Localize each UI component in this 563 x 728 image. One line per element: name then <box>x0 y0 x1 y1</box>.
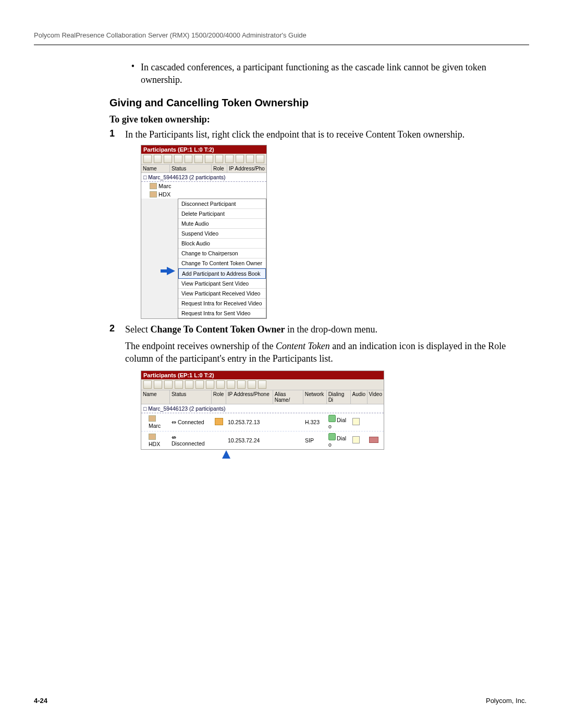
group-row[interactable]: □ Marc_59446123 (2 participants) <box>141 404 384 413</box>
toolbar-icon[interactable] <box>185 155 193 163</box>
menu-item-view-sent-video[interactable]: View Participant Sent Video <box>178 279 266 289</box>
col-status[interactable]: Status <box>170 390 212 404</box>
col-ip[interactable]: IP Address/Phone <box>226 390 273 404</box>
network-text: H.323 <box>303 417 327 427</box>
toolbar-icon[interactable] <box>248 380 256 389</box>
col-audio[interactable]: Audio <box>351 390 368 404</box>
toolbar-icon[interactable] <box>164 155 172 163</box>
menu-item-block-audio[interactable]: Block Audio <box>178 239 266 249</box>
menu-item-delete[interactable]: Delete Participant <box>178 209 266 219</box>
toolbar-icon[interactable] <box>237 380 246 389</box>
doc-header: Polycom RealPresence Collaboration Serve… <box>34 31 529 39</box>
audio-icon <box>352 418 360 425</box>
col-role[interactable]: Role <box>212 165 227 172</box>
ip-text: 10.253.72.24 <box>226 436 273 445</box>
ip-text: 10.253.72.13 <box>226 417 273 427</box>
toolbar-icon[interactable] <box>256 155 264 163</box>
toolbar-icon[interactable] <box>143 155 152 163</box>
page-footer: 4-24 Polycom, Inc. <box>34 697 527 705</box>
status-text: Connected <box>178 419 204 425</box>
group-label: Marc_59446123 (2 participants) <box>148 174 225 180</box>
col-status[interactable]: Status <box>170 165 212 172</box>
toolbar-icon[interactable] <box>227 380 235 389</box>
bullet-marker: • <box>125 61 141 71</box>
panel-title: Participants (EP:1 L:0 T:2) <box>141 371 384 379</box>
col-ip[interactable]: IP Address/Pho <box>227 165 266 172</box>
column-headers: Name Status Role IP Address/Phone Alias … <box>141 390 384 404</box>
participant-row[interactable]: HDX <box>141 190 266 199</box>
menu-item-change-chairperson[interactable]: Change to Chairperson <box>178 249 266 258</box>
step-number: 1 <box>109 128 125 139</box>
company-name: Polycom, Inc. <box>486 697 527 705</box>
panel-toolbar <box>141 379 384 390</box>
col-network[interactable]: Network <box>303 390 327 404</box>
toolbar-icon[interactable] <box>206 380 214 389</box>
step-number: 2 <box>109 323 125 334</box>
endpoint-icon <box>150 183 157 189</box>
col-name[interactable]: Name <box>141 390 170 404</box>
menu-item-intra-received[interactable]: Request Intra for Received Video <box>178 299 266 309</box>
participants-panel-2: Participants (EP:1 L:0 T:2) Name Status … <box>141 371 384 450</box>
col-dialing[interactable]: Dialing Di <box>327 390 351 404</box>
menu-item-intra-sent[interactable]: Request Intra for Sent Video <box>178 309 266 318</box>
toolbar-icon[interactable] <box>236 155 244 163</box>
page-number: 4-24 <box>34 697 47 705</box>
callout-arrow-icon <box>222 450 230 459</box>
text-bold: Change To Content Token Owner <box>150 324 285 335</box>
procedure-heading: To give token ownership: <box>109 114 513 125</box>
toolbar-icon[interactable] <box>154 380 162 389</box>
toolbar-icon[interactable] <box>154 155 162 163</box>
toolbar-icon[interactable] <box>258 380 266 389</box>
callout-arrow-icon <box>167 267 175 275</box>
step-text: In the Participants list, right click th… <box>125 128 513 141</box>
menu-item-view-received-video[interactable]: View Participant Received Video <box>178 289 266 299</box>
col-alias[interactable]: Alias Name/ <box>273 390 303 404</box>
endpoint-icon <box>149 415 156 422</box>
endpoint-icon <box>150 191 157 198</box>
menu-item-disconnect[interactable]: Disconnect Participant <box>178 199 266 209</box>
toolbar-icon[interactable] <box>185 380 193 389</box>
col-video[interactable]: Video <box>368 390 384 404</box>
toolbar-icon[interactable] <box>164 380 173 389</box>
participant-row[interactable]: Marc ⇔ Connected 10.253.72.13 H.323 Dial… <box>141 413 384 431</box>
toolbar-icon[interactable] <box>205 155 213 163</box>
menu-item-suspend-video[interactable]: Suspend Video <box>178 229 266 239</box>
section-heading: Giving and Cancelling Token Ownership <box>109 97 513 109</box>
toolbar-icon[interactable] <box>175 380 183 389</box>
menu-item-change-token-owner[interactable]: Change To Content Token Owner <box>178 258 266 268</box>
dial-icon <box>328 415 336 422</box>
participant-row[interactable]: Marc <box>141 182 266 190</box>
status-text: Disconnected <box>172 440 205 447</box>
text-fragment: Select <box>125 324 150 335</box>
group-label: Marc_59446123 (2 participants) <box>148 405 225 412</box>
toolbar-icon[interactable] <box>143 380 152 389</box>
bullet-item: • In cascaded conferences, a participant… <box>125 61 513 87</box>
dial-icon <box>328 433 336 440</box>
token-owner-icon <box>215 418 223 425</box>
menu-item-add-to-addressbook[interactable]: Add Participant to Address Book <box>178 268 266 279</box>
col-role[interactable]: Role <box>212 390 226 404</box>
panel-toolbar <box>141 154 266 165</box>
participants-panel-1: Participants (EP:1 L:0 T:2) Name Status … <box>141 145 267 319</box>
network-text: SIP <box>303 436 327 445</box>
col-name[interactable]: Name <box>141 165 170 172</box>
divider <box>34 44 529 45</box>
participant-name: Marc <box>149 423 161 429</box>
toolbar-icon[interactable] <box>174 155 182 163</box>
toolbar-icon[interactable] <box>246 155 254 163</box>
group-row[interactable]: □ Marc_59446123 (2 participants) <box>141 173 266 182</box>
text-fragment: The endpoint receives ownership of the <box>125 341 276 351</box>
toolbar-icon[interactable] <box>215 155 224 163</box>
audio-icon <box>352 436 360 443</box>
toolbar-icon[interactable] <box>194 155 203 163</box>
participant-name: Marc <box>158 183 171 189</box>
participant-row[interactable]: HDX ⇎ Disconnected 10.253.72.24 SIP Dial… <box>141 431 384 449</box>
column-headers: Name Status Role IP Address/Pho <box>141 165 266 173</box>
menu-item-mute-audio[interactable]: Mute Audio <box>178 219 266 229</box>
panel-title: Participants (EP:1 L:0 T:2) <box>141 145 266 154</box>
toolbar-icon[interactable] <box>225 155 234 163</box>
toolbar-icon[interactable] <box>195 380 204 389</box>
text-fragment: in the drop-down menu. <box>285 324 377 335</box>
toolbar-icon[interactable] <box>216 380 225 389</box>
text-italic: Content Token <box>276 341 330 351</box>
